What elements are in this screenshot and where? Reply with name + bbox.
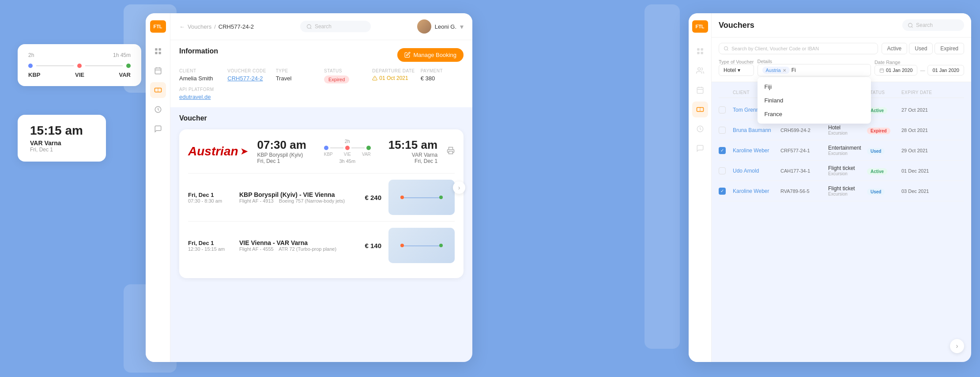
breadcrumb-parent[interactable]: Vouchers <box>188 23 211 30</box>
row-5-code: RVA789-56-5 <box>780 188 825 194</box>
details-filter-label: Details <box>758 59 871 64</box>
right-sidebar-clock[interactable] <box>692 121 708 137</box>
arrival-time-card: 15:15 am VAR Varna Fri, Dec 1 <box>18 115 106 162</box>
dropdown-item-fiji[interactable]: Fiji <box>758 80 871 94</box>
type-filter-group: Type of Voucher Hotel ▾ <box>719 59 754 76</box>
row-3-checkbox[interactable]: ✓ <box>719 147 726 154</box>
row-3-client[interactable]: Karoline Weber <box>733 147 777 154</box>
client-label: CLIENT <box>179 68 222 73</box>
print-button[interactable] <box>447 147 455 156</box>
chip-remove-button[interactable]: ✕ <box>783 68 786 73</box>
warning-icon <box>372 75 377 81</box>
row-5-type-sub: Excursion <box>828 192 863 196</box>
filter-area: Search by Client, Voucher Code or IBAN A… <box>712 38 971 82</box>
row-5-status-badge: Used <box>867 188 885 195</box>
status-field: STATUS Expired <box>324 68 367 83</box>
right-sidebar-vouchers[interactable] <box>692 102 708 117</box>
svg-rect-17 <box>701 48 703 50</box>
sidebar-item-vouchers[interactable] <box>150 82 166 98</box>
nav-chevron-main[interactable]: › <box>453 181 465 194</box>
departure-date-field: DEPARTURE DATE 01 Oct 2021 <box>372 68 415 81</box>
sidebar-item-chat[interactable] <box>150 121 166 137</box>
client-value: Amelia Smith <box>179 75 222 82</box>
right-sidebar-dashboard[interactable] <box>692 43 708 59</box>
filter-tab-active[interactable]: Active <box>882 43 908 54</box>
svg-line-29 <box>912 26 912 27</box>
sidebar-item-dashboard[interactable] <box>150 43 166 59</box>
right-panel-title: Vouchers <box>719 21 754 30</box>
route-dots-line <box>324 146 371 150</box>
right-sidebar: FTL <box>689 13 712 362</box>
date-range-group: Date Range 01 Jan 2020 — 01 Jan 2020 <box>874 60 964 75</box>
row-2-checkbox[interactable] <box>719 127 726 134</box>
nav-chevron-right[interactable]: › <box>950 339 964 353</box>
breadcrumb: ← Vouchers / CRH577-24-2 <box>179 23 254 30</box>
main-topbar: ← Vouchers / CRH577-24-2 Search Leoni G.… <box>170 13 472 40</box>
dropdown-item-finland[interactable]: Finland <box>758 94 871 107</box>
filter-input-value[interactable]: Fi <box>792 67 796 73</box>
voucher-card: Austrian ➤ 07:30 am KBP Boryspil (Kyiv) … <box>179 129 464 278</box>
date-from-input[interactable]: 01 Jan 2020 <box>874 65 918 75</box>
map-1-bg <box>388 180 455 215</box>
type-filter-label: Type of Voucher <box>719 59 754 64</box>
row-1-checkbox[interactable] <box>719 106 726 113</box>
api-platform-value[interactable]: edutravel.de <box>179 94 464 100</box>
row-4-type-sub: Excursion <box>828 171 863 176</box>
leg-2-map <box>388 228 455 263</box>
back-arrow[interactable]: ← <box>179 23 185 30</box>
filter-tab-used[interactable]: Used <box>909 43 933 54</box>
route-visual: 2h KBP VIE VAR <box>324 139 371 164</box>
map-1-line <box>402 197 441 198</box>
row-2-client[interactable]: Bruna Baumann <box>733 127 777 133</box>
leg-1-info: KBP Boryspil (Kyiv) - VIE Vienna Flight … <box>239 191 348 204</box>
flight-header: Austrian ➤ 07:30 am KBP Boryspil (Kyiv) … <box>188 138 455 164</box>
leg-2-price: € 140 <box>355 242 381 249</box>
sidebar-item-calendar[interactable] <box>150 63 166 79</box>
arrival-block: 15:15 am VAR Varna Fri, Dec 1 <box>388 138 437 164</box>
leg-1-route: KBP Boryspil (Kyiv) - VIE Vienna <box>239 191 348 198</box>
voucher-code-value[interactable]: CRH577-24-2 <box>227 75 270 82</box>
right-sidebar-users[interactable] <box>692 63 708 79</box>
status-label: STATUS <box>324 68 367 73</box>
search-icon <box>306 24 312 30</box>
stop-code-var: VAR <box>119 72 131 78</box>
leg-1-time: 07:30 - 8:30 am <box>188 198 232 204</box>
code-var: VAR <box>362 152 371 157</box>
header-expiry: EXPIRY DATE <box>901 90 941 95</box>
row-3-code: CRF577-24-1 <box>780 148 825 153</box>
filter-tab-expired[interactable]: Expired <box>935 43 964 54</box>
dest-dot <box>366 146 371 150</box>
stop-code-vie: VIE <box>75 72 84 78</box>
right-topbar: Vouchers Search <box>712 13 971 38</box>
row-4-type-main: Flight ticket <box>828 165 863 171</box>
user-dropdown-icon[interactable]: ▾ <box>460 23 464 31</box>
right-sidebar-chat[interactable] <box>692 140 708 156</box>
date-to-input[interactable]: 01 Jan 2020 <box>927 65 964 75</box>
stop-code-kbp: KBP <box>28 72 40 78</box>
main-sidebar: FTL <box>146 13 170 362</box>
leg-1-map <box>388 180 455 215</box>
map-2-line <box>402 245 441 246</box>
row-5-checkbox[interactable]: ✓ <box>719 188 726 195</box>
leg-2-route: VIE Vienna - VAR Varna <box>239 239 348 246</box>
manage-booking-button[interactable]: Manage Booking <box>397 48 464 62</box>
details-filter-input[interactable]: Austria ✕ Fi <box>758 64 871 76</box>
filter-search-input[interactable]: Search by Client, Voucher Code or IBAN <box>719 43 878 54</box>
row-5-client[interactable]: Karoline Weber <box>733 188 777 194</box>
map-1-from-dot <box>400 196 404 199</box>
row-4-checkbox[interactable] <box>719 167 726 174</box>
arrival-date: Fri, Dec 1 <box>30 147 94 153</box>
voucher-code-label: VOUCHER CODE <box>227 68 270 73</box>
flight-route-display: 07:30 am KBP Boryspil (Kyiv) Fri, Dec 1 … <box>257 138 437 164</box>
dropdown-item-france[interactable]: France <box>758 107 871 121</box>
flight-leg-1: Fri, Dec 1 07:30 - 8:30 am KBP Boryspil … <box>188 173 455 221</box>
sidebar-item-clock[interactable] <box>150 102 166 117</box>
type-filter-select[interactable]: Hotel ▾ <box>719 64 754 76</box>
row-4-client[interactable]: Udo Arnold <box>733 168 777 174</box>
row-2-type: Hotel Excursion <box>828 124 863 136</box>
right-search[interactable]: Search <box>902 19 964 31</box>
right-sidebar-calendar[interactable] <box>692 82 708 98</box>
voucher-code-field: VOUCHER CODE CRH577-24-2 <box>227 68 270 82</box>
main-search[interactable]: Search <box>300 21 371 32</box>
type-value: Travel <box>276 75 319 82</box>
